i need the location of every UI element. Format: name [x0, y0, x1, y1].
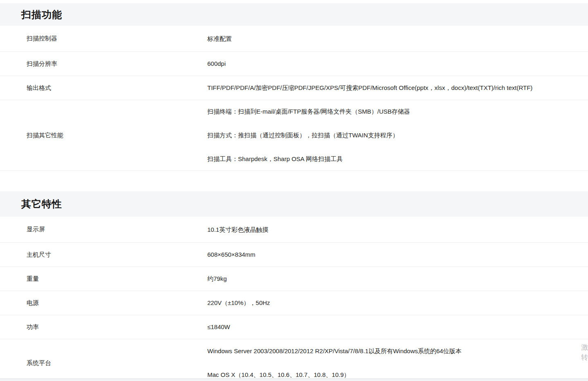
spec-label: 电源	[0, 299, 207, 307]
spec-value: 10.1英寸彩色液晶触摸	[207, 224, 588, 235]
spec-row: 扫描控制器 标准配置	[0, 26, 588, 52]
spec-value: 标准配置	[207, 34, 588, 44]
spec-value: 扫描工具：Sharpdesk，Sharp OSA 网络扫描工具	[207, 154, 588, 164]
floating-widget-char[interactable]: 激	[581, 342, 588, 352]
spec-label: 扫描控制器	[0, 35, 207, 43]
section-header-scan: 扫描功能	[0, 3, 588, 26]
spec-value: 600dpi	[207, 58, 588, 69]
spec-label: 扫描其它性能	[0, 132, 207, 139]
spec-value: ≤1840W	[207, 322, 588, 332]
spec-row: 功率 ≤1840W	[0, 315, 588, 339]
floating-side-widget[interactable]: 激 转	[581, 342, 588, 363]
bottom-divider	[0, 379, 588, 381]
section-title: 其它特性	[21, 197, 62, 211]
spec-value: Windows Server 2003/2008/2012/2012 R2/XP…	[207, 346, 588, 356]
spec-label: 功率	[0, 323, 207, 331]
spec-value: TIFF/PDF/PDF/A/加密PDF/压缩PDF/JPEG/XPS/可搜索P…	[207, 83, 588, 93]
spec-row: 重量 约79kg	[0, 267, 588, 291]
spec-row: 电源 220V（±10%），50Hz	[0, 291, 588, 315]
section-title: 扫描功能	[21, 8, 62, 21]
spec-row: 系统平台 Windows Server 2003/2008/2012/2012 …	[0, 339, 588, 381]
spec-row: 扫描其它性能 扫描终端：扫描到E-mail/桌面/FTP服务器/网络文件夹（SM…	[0, 100, 588, 171]
spec-row: 输出格式 TIFF/PDF/PDF/A/加密PDF/压缩PDF/JPEG/XPS…	[0, 76, 588, 100]
spec-value: 约79kg	[207, 273, 588, 284]
spec-value: 扫描终端：扫描到E-mail/桌面/FTP服务器/网络文件夹（SMB）/USB存…	[207, 106, 588, 117]
spec-table: 扫描功能 扫描控制器 标准配置 扫描分辨率 600dpi 输出格式 TIFF/P…	[0, 0, 588, 381]
spec-label: 主机尺寸	[0, 251, 207, 259]
spec-row: 主机尺寸 608×650×834mm	[0, 243, 588, 267]
spec-value: 扫描方式：推扫描（通过控制面板），拉扫描（通过TWAIN支持程序）	[207, 130, 588, 141]
spec-value: 220V（±10%），50Hz	[207, 298, 588, 308]
floating-widget-char[interactable]: 转	[581, 352, 588, 363]
spec-value: 608×650×834mm	[207, 249, 588, 260]
spec-row: 显示屏 10.1英寸彩色液晶触摸	[0, 217, 588, 243]
spec-label: 系统平台	[0, 359, 207, 367]
spec-label: 重量	[0, 275, 207, 283]
spec-label: 输出格式	[0, 84, 207, 92]
spec-value-group: 扫描终端：扫描到E-mail/桌面/FTP服务器/网络文件夹（SMB）/USB存…	[207, 100, 588, 170]
spec-value-group: Windows Server 2003/2008/2012/2012 R2/XP…	[207, 339, 588, 381]
section-header-other: 其它特性	[0, 191, 588, 217]
spec-label: 显示屏	[0, 226, 207, 233]
spec-label: 扫描分辨率	[0, 60, 207, 68]
spec-row: 扫描分辨率 600dpi	[0, 52, 588, 76]
